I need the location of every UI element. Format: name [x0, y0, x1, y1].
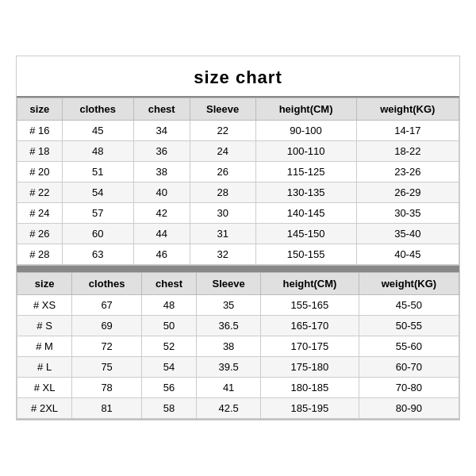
table-cell: # 20: [17, 162, 63, 182]
section1-body: # 1645342290-10014-17# 18483624100-11018…: [17, 121, 459, 265]
table-cell: 46: [133, 244, 190, 265]
table-cell: # 22: [17, 182, 63, 203]
table-cell: # S: [17, 316, 72, 336]
table-cell: 180-185: [261, 378, 359, 398]
table-cell: # 28: [17, 244, 63, 265]
table-cell: 70-80: [359, 378, 459, 398]
table-row: # 24574230140-14530-35: [17, 203, 459, 224]
table-cell: # 16: [17, 121, 63, 141]
table-cell: 54: [142, 357, 197, 378]
section1-col-header: size: [17, 98, 63, 121]
table-cell: 41: [197, 378, 261, 398]
table-cell: 175-180: [261, 357, 359, 378]
table-row: # 26604431145-15035-40: [17, 224, 459, 244]
section2-col-header: size: [17, 273, 72, 295]
table-cell: 63: [62, 244, 133, 265]
section2-col-header: clothes: [72, 273, 142, 295]
table-row: # M725238170-17555-60: [17, 336, 459, 357]
table-cell: 35-40: [356, 224, 459, 244]
table-row: # 2XL815842.5185-19580-90: [17, 398, 459, 419]
table-cell: 60-70: [359, 357, 459, 378]
section2-col-header: height(CM): [261, 273, 359, 295]
table-cell: 115-125: [255, 162, 356, 182]
section1-col-header: clothes: [62, 98, 133, 121]
table-cell: 155-165: [261, 295, 359, 316]
table-cell: # 2XL: [17, 398, 72, 419]
size-chart-container: size chart sizeclotheschestSleeveheight(…: [16, 56, 460, 420]
table-cell: 50-55: [359, 316, 459, 336]
section1-col-header: Sleeve: [190, 98, 255, 121]
table-cell: 130-135: [255, 182, 356, 203]
table-row: # S695036.5165-17050-55: [17, 316, 459, 336]
table-cell: 45-50: [359, 295, 459, 316]
table-cell: 72: [72, 336, 142, 357]
table-row: # XS674835155-16545-50: [17, 295, 459, 316]
table-cell: 150-155: [255, 244, 356, 265]
table-cell: 51: [62, 162, 133, 182]
table-cell: 31: [190, 224, 255, 244]
chart-title: size chart: [17, 56, 459, 98]
table-cell: 54: [62, 182, 133, 203]
table-cell: 35: [197, 295, 261, 316]
table-row: # 28634632150-15540-45: [17, 244, 459, 265]
table-cell: # 24: [17, 203, 63, 224]
table-cell: # M: [17, 336, 72, 357]
table-cell: # XL: [17, 378, 72, 398]
table-cell: 170-175: [261, 336, 359, 357]
table-cell: 42: [133, 203, 190, 224]
section1-col-header: weight(KG): [356, 98, 459, 121]
table-cell: 81: [72, 398, 142, 419]
section1-header: sizeclotheschestSleeveheight(CM)weight(K…: [17, 98, 459, 121]
table-cell: 40-45: [356, 244, 459, 265]
section2-table: sizeclotheschestSleeveheight(CM)weight(K…: [17, 272, 459, 419]
table-cell: 69: [72, 316, 142, 336]
table-cell: # 26: [17, 224, 63, 244]
table-cell: 45: [62, 121, 133, 141]
table-cell: 145-150: [255, 224, 356, 244]
table-row: # 22544028130-13526-29: [17, 182, 459, 203]
table-row: # 18483624100-11018-22: [17, 141, 459, 162]
table-row: # 20513826115-12523-26: [17, 162, 459, 182]
section1-header-row: sizeclotheschestSleeveheight(CM)weight(K…: [17, 98, 459, 121]
table-cell: 44: [133, 224, 190, 244]
table-cell: 28: [190, 182, 255, 203]
table-cell: 30: [190, 203, 255, 224]
section2-col-header: chest: [142, 273, 197, 295]
table-cell: 52: [142, 336, 197, 357]
table-cell: 58: [142, 398, 197, 419]
table-cell: 18-22: [356, 141, 459, 162]
table-cell: 80-90: [359, 398, 459, 419]
table-cell: 50: [142, 316, 197, 336]
section-divider: [17, 266, 459, 272]
table-cell: 55-60: [359, 336, 459, 357]
table-row: # XL785641180-18570-80: [17, 378, 459, 398]
section2-col-header: weight(KG): [359, 273, 459, 295]
table-cell: 57: [62, 203, 133, 224]
table-cell: 40: [133, 182, 190, 203]
table-cell: 14-17: [356, 121, 459, 141]
table-cell: 67: [72, 295, 142, 316]
section2-col-header: Sleeve: [197, 273, 261, 295]
table-cell: 56: [142, 378, 197, 398]
table-cell: 48: [62, 141, 133, 162]
table-cell: 165-170: [261, 316, 359, 336]
section2-table-wrapper: sizeclotheschestSleeveheight(CM)weight(K…: [17, 272, 459, 420]
table-cell: 30-35: [356, 203, 459, 224]
table-cell: # 18: [17, 141, 63, 162]
table-cell: 48: [142, 295, 197, 316]
table-cell: 185-195: [261, 398, 359, 419]
table-row: # L755439.5175-18060-70: [17, 357, 459, 378]
table-cell: 23-26: [356, 162, 459, 182]
table-cell: 22: [190, 121, 255, 141]
table-cell: 36: [133, 141, 190, 162]
table-cell: 26-29: [356, 182, 459, 203]
table-cell: 36.5: [197, 316, 261, 336]
table-cell: 38: [133, 162, 190, 182]
table-cell: 90-100: [255, 121, 356, 141]
table-cell: 75: [72, 357, 142, 378]
table-cell: 100-110: [255, 141, 356, 162]
section1-table: sizeclotheschestSleeveheight(CM)weight(K…: [17, 98, 459, 265]
table-cell: 78: [72, 378, 142, 398]
table-cell: 60: [62, 224, 133, 244]
section1-col-header: height(CM): [255, 98, 356, 121]
